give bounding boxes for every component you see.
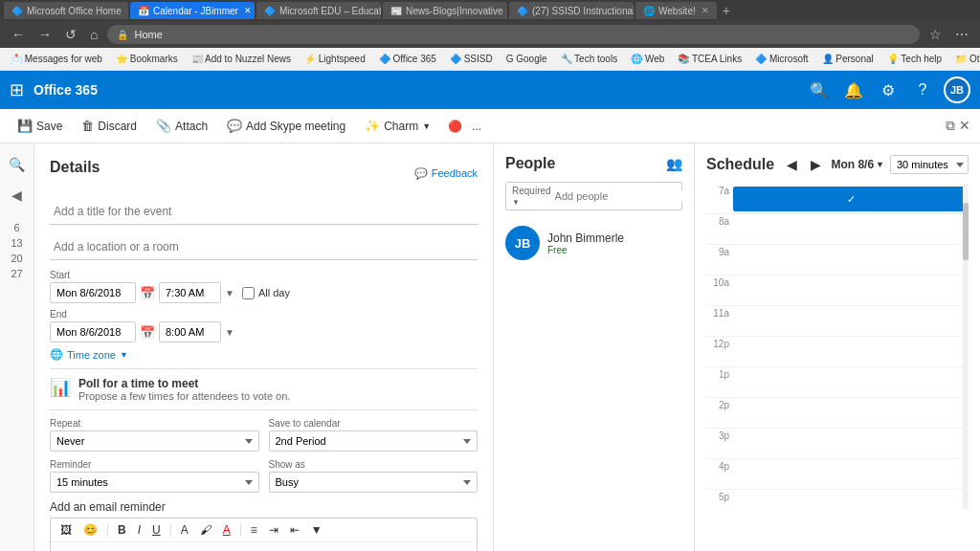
reminder-select[interactable]: 15 minutes [50,472,259,493]
expand-nav-icon[interactable]: ◀ [4,182,31,209]
scrollbar-thumb[interactable] [963,203,969,260]
bookmark-messages[interactable]: 📩 Messages for web [6,53,107,65]
bookmark-tcea[interactable]: 📚 TCEA Links [673,53,746,65]
bookmark-google[interactable]: G Google [501,53,552,65]
help-icon[interactable]: ? [909,77,936,103]
tab-office-home[interactable]: 🔷 Microsoft Office Home ✕ [4,2,128,19]
details-title: Details [50,159,100,176]
tab-close[interactable]: ✕ [244,6,252,15]
timezone-row[interactable]: 🌐 Time zone ▼ [50,348,478,361]
highlight-button[interactable]: 🖌 [196,522,215,538]
tab-calendar[interactable]: 📅 Calendar - JBimmer ✕ [130,2,255,19]
indent-button[interactable]: ⇥ [265,522,282,538]
start-calendar-icon[interactable]: 📅 [140,286,155,300]
time-label-9a: 9a [706,245,733,257]
save-button[interactable]: 💾 Save [10,115,70,137]
time-row-10a: 10a [706,276,969,306]
tab-close[interactable]: ✕ [702,6,709,15]
time-row-5p: 5p [706,490,969,509]
repeat-label: Repeat [50,418,259,429]
editor-content-area[interactable]: Make this event meaningful. Add an agend… [51,542,477,551]
outdent-button[interactable]: ⇤ [286,522,303,538]
app-grid-icon[interactable]: ⊞ [10,79,24,100]
required-badge[interactable]: Required ▼ [512,186,551,207]
bookmark-lightspeed[interactable]: ⚡ Lightspeed [300,53,370,65]
start-time-input[interactable] [159,282,221,303]
bookmark-personal[interactable]: 👤 Personal [817,53,879,65]
end-label: End [50,309,478,320]
home-button[interactable]: ⌂ [86,25,101,44]
schedule-prev-button[interactable]: ◀ [783,155,801,174]
bookmark-techtools[interactable]: 🔧 Tech tools [556,53,623,65]
time-label-5p: 5p [706,490,733,502]
discard-button[interactable]: 🗑 Discard [74,115,145,137]
start-time-dropdown-icon[interactable]: ▼ [225,288,234,298]
font-color-button[interactable]: A [177,522,192,538]
back-button[interactable]: ← [8,25,29,44]
refresh-button[interactable]: ↺ [61,25,80,44]
bookmark-ssisd[interactable]: 🔷 SSISD [445,53,498,65]
location-input[interactable] [50,234,478,260]
new-tab-button[interactable]: + [723,3,730,18]
bookmark-microsoft[interactable]: 🔷 Microsoft [750,53,813,65]
schedule-next-button[interactable]: ▶ [807,155,825,174]
end-time-input[interactable] [159,321,221,342]
browser-chrome: 🔷 Microsoft Office Home ✕ 📅 Calendar - J… [0,0,980,21]
end-calendar-icon[interactable]: 📅 [140,325,155,340]
charm-button[interactable]: ✨ Charm ▼ [357,115,438,137]
notification-icon[interactable]: 🔔 [840,77,867,103]
forward-button[interactable]: → [34,25,56,44]
allday-checkbox[interactable] [242,287,255,299]
bookmark-office365[interactable]: 🔷 Office 365 [374,53,441,65]
event-title-input[interactable] [50,199,478,225]
bookmark-techhelp[interactable]: 💡 Tech help [882,53,947,65]
restore-icon[interactable]: ⧉ [946,118,955,134]
save-to-select[interactable]: 2nd Period [269,430,479,452]
feedback-button[interactable]: 💬 Feedback [414,167,478,180]
date-2: 13 [9,235,24,251]
busy-block-7a: ✓ [733,187,969,211]
start-date-input[interactable] [50,282,136,303]
schedule-date[interactable]: Mon 8/6 ▼ [831,158,884,171]
tab-close[interactable]: ✕ [127,6,128,15]
duration-select[interactable]: 30 minutes [890,155,969,174]
bold-button[interactable]: B [114,522,130,538]
emoji-button[interactable]: 😊 [79,522,101,538]
bullet-list-button[interactable]: ≡ [247,522,261,538]
time-row-2p: 2p [706,398,969,429]
bookmark-other[interactable]: 📁 Other Bookmark bar [950,53,980,65]
skype-button[interactable]: 💬 Add Skype meeting [219,115,353,137]
user-avatar[interactable]: JB [944,77,970,103]
search-nav-icon[interactable]: 🔍 [4,151,31,178]
tab-news[interactable]: 📰 News-Blogs|Innovative ✕ [383,2,507,19]
more-format-button[interactable]: ▼ [307,522,326,538]
bookmark-web[interactable]: 🌐 Web [626,53,669,65]
insert-image-button[interactable]: 🖼 [56,522,76,538]
people-manage-icon[interactable]: 👥 [666,156,682,171]
red-box-icon[interactable]: 🔴 [442,120,468,133]
tab-edu[interactable]: 🔷 Microsoft EDU – Educat ✕ [256,2,381,19]
people-title: People [505,155,555,172]
tab-ssisd[interactable]: 🔷 (27) SSISD Instructional ✕ [509,2,634,19]
settings-icon[interactable]: ⚙ [875,77,902,103]
search-icon[interactable]: 🔍 [806,77,833,103]
discard-label: Discard [98,120,137,133]
time-row-11a: 11a [706,306,969,337]
underline-button[interactable]: U [148,522,165,538]
more-options-button[interactable]: ... [472,120,481,133]
bookmark-star[interactable]: ☆ [925,25,946,44]
end-time-dropdown-icon[interactable]: ▼ [225,327,234,338]
bookmark-nuzzel[interactable]: 📰 Add to Nuzzel News [187,53,296,65]
italic-button[interactable]: I [134,522,145,538]
address-bar[interactable]: 🔒 Home [107,25,920,44]
end-date-input[interactable] [50,321,136,342]
close-icon[interactable]: ✕ [959,118,970,134]
bookmark-bookmarks[interactable]: ⭐ Bookmarks [111,53,183,65]
settings-icon[interactable]: ⋯ [951,25,972,44]
showas-select[interactable]: Busy [269,472,479,493]
add-people-input[interactable] [555,190,687,202]
attach-button[interactable]: 📎 Attach [148,115,215,137]
tab-website[interactable]: 🌐 Website! ✕ [635,2,717,19]
repeat-select[interactable]: Never [50,430,259,452]
text-color-button[interactable]: A [219,522,234,538]
